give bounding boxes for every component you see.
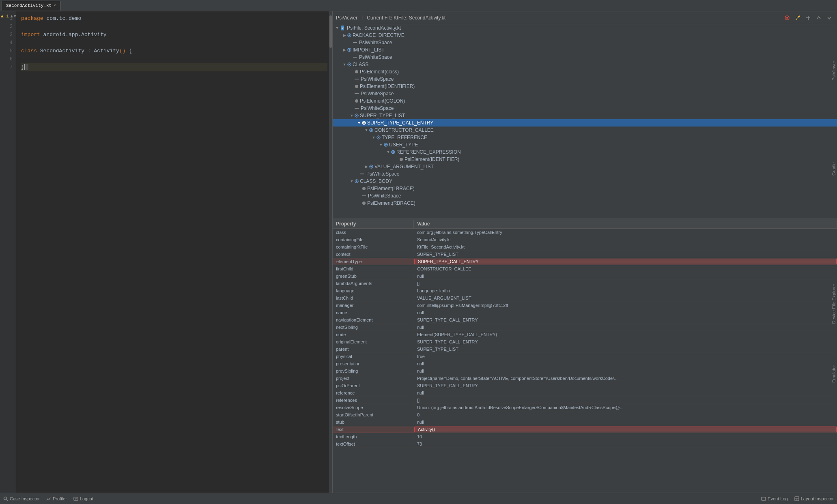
tree-node-ws7[interactable]: PsiWhiteSpace [333,192,837,199]
prop-row-presentation: presentationnull [333,360,837,367]
prop-row-prevSibling: prevSiblingnull [333,367,837,375]
prop-key-firstChild: firstChild [333,266,414,271]
prop-value-prevSibling: null [414,369,837,373]
tree-node-class-body[interactable]: CLASS_BODY [333,178,837,185]
prop-key-originalElement: originalElement [333,339,414,344]
psi-viewer-side-label[interactable]: PsiViewer [831,61,836,81]
dash-icon-ws7 [362,195,366,196]
device-file-side-label[interactable]: Device File Explorer [831,284,836,324]
emulator-side-label[interactable]: Emulator [831,365,836,383]
main-layout: ▲ 1 ▲ ▼ 1 2 3 4 5 6 7 package com.tc.dem… [0,11,837,493]
tree-node-package-directive[interactable]: PACKAGE_DIRECTIVE [333,32,837,39]
tree-node-user-type[interactable]: USER_TYPE [333,141,837,148]
tree-node-ws4[interactable]: PsiWhiteSpace [333,90,837,97]
line-numbers: 1 2 3 4 5 6 7 [0,11,16,493]
prop-key-context: context [333,252,414,257]
tree-node-psi-ident[interactable]: PsiElement(IDENTIFIER) [333,83,837,90]
bottom-event-log[interactable]: Event Log [761,496,788,501]
tree-node-ws6[interactable]: PsiWhiteSpace [333,170,837,178]
label-ws7: PsiWhiteSpace [368,193,401,199]
prop-value-name: null [414,310,837,315]
arrow-import[interactable] [342,48,347,52]
prop-key-text: text [333,427,414,432]
label-type-reference: TYPE_REFERENCE [382,135,427,140]
psi-tree[interactable]: PsiFile: SecondActivity.kt PACKAGE_DIREC… [333,24,837,219]
prop-key-lastChild: lastChild [333,296,414,300]
toolbar-edit-btn[interactable] [793,13,802,22]
psi-properties[interactable]: Property Value classcom.org.jetbrains.so… [333,219,837,493]
arrow-class-body[interactable] [349,179,355,183]
svg-point-28 [392,151,394,153]
arrow-class[interactable] [342,62,347,66]
prop-key-language: language [333,288,414,293]
node-icon-constructor-callee [369,128,373,132]
bottom-case-inspector-label: Case Inspector [10,496,40,501]
prop-row-class: classcom.org.jetbrains.something.TypeCal… [333,229,837,236]
scroll-thumb[interactable] [329,15,332,48]
tree-node-ref-expr[interactable]: REFERENCE_EXPRESSION [333,148,837,156]
tree-node-import-list[interactable]: IMPORT_LIST [333,46,837,54]
tree-node-val-arg-list[interactable]: VALUE_ARGUMENT_LIST [333,163,837,170]
toolbar-up-btn[interactable] [814,13,823,22]
tree-node-type-reference[interactable]: TYPE_REFERENCE [333,134,837,141]
toolbar-down-btn[interactable] [825,13,834,22]
prop-row-firstChild: firstChildCONSTRUCTOR_CALLEE [333,265,837,272]
tree-node-class[interactable]: CLASS [333,61,837,68]
tree-node-ws2[interactable]: PsiWhiteSpace [333,54,837,61]
tree-node-psi-class[interactable]: PsiElement(class) [333,68,837,75]
bottom-logcat[interactable]: Logcat [73,496,93,501]
toolbar-tool-btn[interactable] [804,13,813,22]
tab-secondactivity[interactable]: SecondActivity.kt × [2,1,60,11]
prop-value-stub: null [414,420,837,425]
profiler-icon [46,496,51,501]
svg-rect-5 [342,27,344,27]
prop-value-firstChild: CONSTRUCTOR_CALLEE [414,266,837,271]
dash-icon-ws3 [355,79,359,79]
tree-node-psi-ident2[interactable]: PsiElement(IDENTIFIER) [333,156,837,163]
arrow-psifile[interactable] [334,26,340,30]
tab-close-btn[interactable]: × [54,4,56,8]
tree-node-lbrace[interactable]: PsiElement(LBRACE) [333,185,837,192]
arrow-package[interactable] [342,33,347,37]
label-ws2: PsiWhiteSpace [359,54,392,60]
tree-node-ws3[interactable]: PsiWhiteSpace [333,75,837,83]
warning-down-arrow[interactable]: ▼ [14,14,16,19]
tree-node-ws5[interactable]: PsiWhiteSpace [333,105,837,112]
tree-node-constructor-callee[interactable]: CONSTRUCTOR_CALLEE [333,127,837,134]
tree-node-rbrace[interactable]: PsiElement(RBRACE) [333,199,837,207]
arrow-super-type-list[interactable] [349,114,355,118]
bottom-case-inspector[interactable]: Case Inspector [3,496,40,501]
prop-row-name: namenull [333,309,837,316]
arrow-user-type[interactable] [378,143,384,147]
tree-node-ws1[interactable]: PsiWhiteSpace [333,39,837,46]
bottom-profiler[interactable]: Profiler [46,496,67,501]
tree-node-super-type-list[interactable]: SUPER_TYPE_LIST [333,112,837,119]
tree-node-super-type-call-entry[interactable]: SUPER_TYPE_CALL_ENTRY [333,119,837,127]
label-ws6: PsiWhiteSpace [366,171,399,177]
bottom-layout-inspector[interactable]: Layout Inspector [794,496,834,501]
file-icon [340,25,346,31]
prop-value-nextSibling: null [414,325,837,330]
layout-inspector-icon [794,496,799,501]
svg-point-14 [355,70,358,73]
case-inspector-icon [3,496,8,501]
prop-col-property-header: Property [333,220,414,228]
arrow-type-reference[interactable] [371,135,377,139]
tree-node-psifile[interactable]: PsiFile: SecondActivity.kt [333,24,837,32]
bottom-logcat-label: Logcat [80,496,93,501]
code-content[interactable]: package com.tc.demo import android.app.A… [16,11,332,493]
arrow-ref-expr[interactable] [385,150,391,154]
tree-node-psi-colon[interactable]: PsiElement(COLON) [333,97,837,105]
toolbar-settings-btn[interactable] [783,13,792,22]
warning-indicator: ▲ 1 [1,14,9,19]
warning-up-arrow[interactable]: ▲ [11,14,13,19]
scroll-indicator[interactable] [329,11,332,493]
prop-value-language: Language: kotlin [414,288,837,293]
gradle-side-label[interactable]: Gradle [831,162,836,176]
node-icon-stce [362,121,366,125]
prop-key-containingKtFile: containingKtFile [333,244,414,249]
arrow-stce[interactable] [356,121,362,125]
arrow-val-arg-list[interactable] [364,165,369,169]
class-name: SecondActivity [37,48,88,54]
arrow-constructor-callee[interactable] [364,128,369,132]
